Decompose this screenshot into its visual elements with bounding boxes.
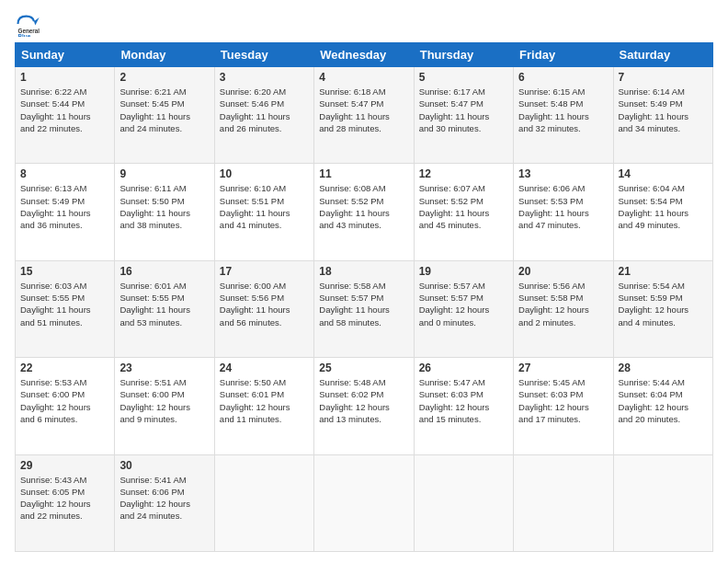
- calendar-day-cell: 25 Sunrise: 5:48 AMSunset: 6:02 PMDaylig…: [314, 358, 414, 454]
- day-number: 5: [419, 71, 508, 84]
- day-number: 24: [220, 362, 309, 374]
- day-info: Sunrise: 5:45 AMSunset: 6:03 PMDaylight:…: [518, 377, 589, 424]
- day-info: Sunrise: 6:04 AMSunset: 5:54 PMDaylight:…: [619, 183, 689, 230]
- calendar-day-cell: 2 Sunrise: 6:21 AMSunset: 5:45 PMDayligh…: [115, 67, 214, 164]
- day-info: Sunrise: 6:13 AMSunset: 5:49 PMDaylight:…: [20, 183, 91, 230]
- calendar-day-cell: 8 Sunrise: 6:13 AMSunset: 5:49 PMDayligh…: [16, 164, 115, 260]
- day-number: 1: [20, 71, 109, 84]
- calendar-day-cell: 23 Sunrise: 5:51 AMSunset: 6:00 PMDaylig…: [115, 358, 214, 454]
- day-number: 27: [518, 362, 608, 374]
- day-number: 21: [619, 265, 708, 278]
- calendar-day-cell: [613, 454, 712, 551]
- day-number: 14: [619, 167, 708, 180]
- day-number: 7: [619, 71, 708, 84]
- calendar-day-cell: 24 Sunrise: 5:50 AMSunset: 6:01 PMDaylig…: [214, 358, 313, 454]
- calendar-day-cell: 13 Sunrise: 6:06 AMSunset: 5:53 PMDaylig…: [514, 164, 613, 260]
- calendar-day-cell: 29 Sunrise: 5:43 AMSunset: 6:05 PMDaylig…: [16, 454, 115, 551]
- calendar-day-cell: 28 Sunrise: 5:44 AMSunset: 6:04 PMDaylig…: [613, 358, 712, 454]
- day-info: Sunrise: 6:01 AMSunset: 5:55 PMDaylight:…: [119, 281, 190, 327]
- calendar-day-cell: [214, 454, 313, 551]
- day-info: Sunrise: 6:11 AMSunset: 5:50 PMDaylight:…: [119, 183, 190, 230]
- day-number: 30: [119, 459, 209, 472]
- day-number: 25: [319, 362, 408, 374]
- calendar-day-cell: 10 Sunrise: 6:10 AMSunset: 5:51 PMDaylig…: [214, 164, 313, 260]
- calendar-day-cell: 18 Sunrise: 5:58 AMSunset: 5:57 PMDaylig…: [314, 260, 414, 357]
- calendar-day-cell: 9 Sunrise: 6:11 AMSunset: 5:50 PMDayligh…: [115, 164, 214, 260]
- calendar-day-cell: 15 Sunrise: 6:03 AMSunset: 5:55 PMDaylig…: [16, 260, 115, 357]
- calendar-day-cell: 14 Sunrise: 6:04 AMSunset: 5:54 PMDaylig…: [613, 164, 712, 260]
- calendar-week-row: 29 Sunrise: 5:43 AMSunset: 6:05 PMDaylig…: [16, 454, 713, 551]
- day-info: Sunrise: 6:08 AMSunset: 5:52 PMDaylight:…: [319, 183, 390, 230]
- day-number: 19: [419, 265, 508, 278]
- calendar-day-cell: 16 Sunrise: 6:01 AMSunset: 5:55 PMDaylig…: [115, 260, 214, 357]
- day-info: Sunrise: 6:10 AMSunset: 5:51 PMDaylight:…: [220, 183, 290, 230]
- page: General Blue SundayMondayTuesdayWednesda…: [0, 0, 728, 563]
- day-info: Sunrise: 5:41 AMSunset: 6:06 PMDaylight:…: [119, 475, 190, 522]
- header: General Blue: [15, 11, 713, 37]
- calendar-day-cell: 27 Sunrise: 5:45 AMSunset: 6:03 PMDaylig…: [514, 358, 613, 454]
- calendar-header-monday: Monday: [115, 43, 214, 67]
- calendar-day-cell: 26 Sunrise: 5:47 AMSunset: 6:03 PMDaylig…: [414, 358, 513, 454]
- calendar-day-cell: 19 Sunrise: 5:57 AMSunset: 5:57 PMDaylig…: [414, 260, 513, 357]
- day-number: 20: [518, 265, 608, 278]
- calendar-day-cell: [414, 454, 513, 551]
- calendar-day-cell: 7 Sunrise: 6:14 AMSunset: 5:49 PMDayligh…: [613, 67, 712, 164]
- calendar-header-row: SundayMondayTuesdayWednesdayThursdayFrid…: [16, 43, 713, 67]
- calendar-day-cell: 20 Sunrise: 5:56 AMSunset: 5:58 PMDaylig…: [514, 260, 613, 357]
- calendar-day-cell: 22 Sunrise: 5:53 AMSunset: 6:00 PMDaylig…: [16, 358, 115, 454]
- calendar-day-cell: [314, 454, 414, 551]
- day-number: 23: [119, 362, 209, 374]
- logo: General Blue: [15, 11, 44, 37]
- day-number: 3: [220, 71, 309, 84]
- calendar-week-row: 22 Sunrise: 5:53 AMSunset: 6:00 PMDaylig…: [16, 358, 713, 454]
- calendar-week-row: 15 Sunrise: 6:03 AMSunset: 5:55 PMDaylig…: [16, 260, 713, 357]
- day-info: Sunrise: 6:06 AMSunset: 5:53 PMDaylight:…: [518, 183, 589, 230]
- calendar-header-sunday: Sunday: [16, 43, 115, 67]
- day-number: 10: [220, 167, 309, 180]
- day-number: 8: [20, 167, 109, 180]
- day-number: 12: [419, 167, 508, 180]
- calendar-header-wednesday: Wednesday: [314, 43, 414, 67]
- day-info: Sunrise: 6:14 AMSunset: 5:49 PMDaylight:…: [619, 86, 689, 133]
- calendar-day-cell: 6 Sunrise: 6:15 AMSunset: 5:48 PMDayligh…: [514, 67, 613, 164]
- day-number: 16: [119, 265, 209, 278]
- calendar-table: SundayMondayTuesdayWednesdayThursdayFrid…: [15, 42, 713, 552]
- calendar-day-cell: 3 Sunrise: 6:20 AMSunset: 5:46 PMDayligh…: [214, 67, 313, 164]
- logo-icon: General Blue: [15, 11, 40, 37]
- calendar-day-cell: 30 Sunrise: 5:41 AMSunset: 6:06 PMDaylig…: [115, 454, 214, 551]
- day-number: 18: [319, 265, 408, 278]
- day-info: Sunrise: 6:00 AMSunset: 5:56 PMDaylight:…: [220, 281, 290, 327]
- day-info: Sunrise: 5:57 AMSunset: 5:57 PMDaylight:…: [419, 281, 490, 327]
- day-info: Sunrise: 6:20 AMSunset: 5:46 PMDaylight:…: [220, 86, 290, 133]
- day-info: Sunrise: 5:47 AMSunset: 6:03 PMDaylight:…: [419, 377, 490, 424]
- calendar-week-row: 8 Sunrise: 6:13 AMSunset: 5:49 PMDayligh…: [16, 164, 713, 260]
- svg-text:Blue: Blue: [18, 33, 31, 37]
- day-info: Sunrise: 5:51 AMSunset: 6:00 PMDaylight:…: [119, 377, 190, 424]
- calendar-day-cell: 1 Sunrise: 6:22 AMSunset: 5:44 PMDayligh…: [16, 67, 115, 164]
- day-info: Sunrise: 6:21 AMSunset: 5:45 PMDaylight:…: [119, 86, 190, 133]
- day-info: Sunrise: 5:58 AMSunset: 5:57 PMDaylight:…: [319, 281, 390, 327]
- calendar-day-cell: 17 Sunrise: 6:00 AMSunset: 5:56 PMDaylig…: [214, 260, 313, 357]
- calendar-day-cell: 4 Sunrise: 6:18 AMSunset: 5:47 PMDayligh…: [314, 67, 414, 164]
- day-info: Sunrise: 6:22 AMSunset: 5:44 PMDaylight:…: [20, 86, 91, 133]
- day-info: Sunrise: 5:54 AMSunset: 5:59 PMDaylight:…: [619, 281, 689, 327]
- calendar-header-tuesday: Tuesday: [214, 43, 313, 67]
- day-number: 2: [119, 71, 209, 84]
- calendar-body: 1 Sunrise: 6:22 AMSunset: 5:44 PMDayligh…: [16, 67, 713, 552]
- calendar-day-cell: [514, 454, 613, 551]
- day-info: Sunrise: 6:07 AMSunset: 5:52 PMDaylight:…: [419, 183, 490, 230]
- calendar-day-cell: 11 Sunrise: 6:08 AMSunset: 5:52 PMDaylig…: [314, 164, 414, 260]
- day-info: Sunrise: 6:18 AMSunset: 5:47 PMDaylight:…: [319, 86, 390, 133]
- day-info: Sunrise: 5:50 AMSunset: 6:01 PMDaylight:…: [220, 377, 290, 424]
- day-info: Sunrise: 6:03 AMSunset: 5:55 PMDaylight:…: [20, 281, 91, 327]
- day-number: 28: [619, 362, 708, 374]
- day-number: 13: [518, 167, 608, 180]
- calendar-header-thursday: Thursday: [414, 43, 513, 67]
- day-number: 9: [119, 167, 209, 180]
- day-info: Sunrise: 5:44 AMSunset: 6:04 PMDaylight:…: [619, 377, 689, 424]
- day-number: 17: [220, 265, 309, 278]
- day-number: 22: [20, 362, 109, 374]
- day-number: 6: [518, 71, 608, 84]
- day-info: Sunrise: 5:56 AMSunset: 5:58 PMDaylight:…: [518, 281, 589, 327]
- day-number: 15: [20, 265, 109, 278]
